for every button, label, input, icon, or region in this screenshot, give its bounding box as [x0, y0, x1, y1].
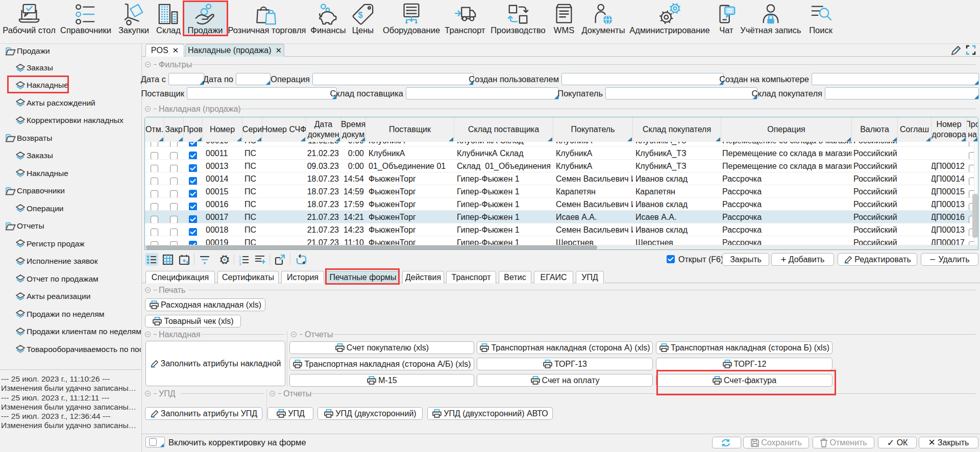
- svg-text:$: $: [358, 10, 362, 19]
- svg-text:3: 3: [239, 262, 241, 265]
